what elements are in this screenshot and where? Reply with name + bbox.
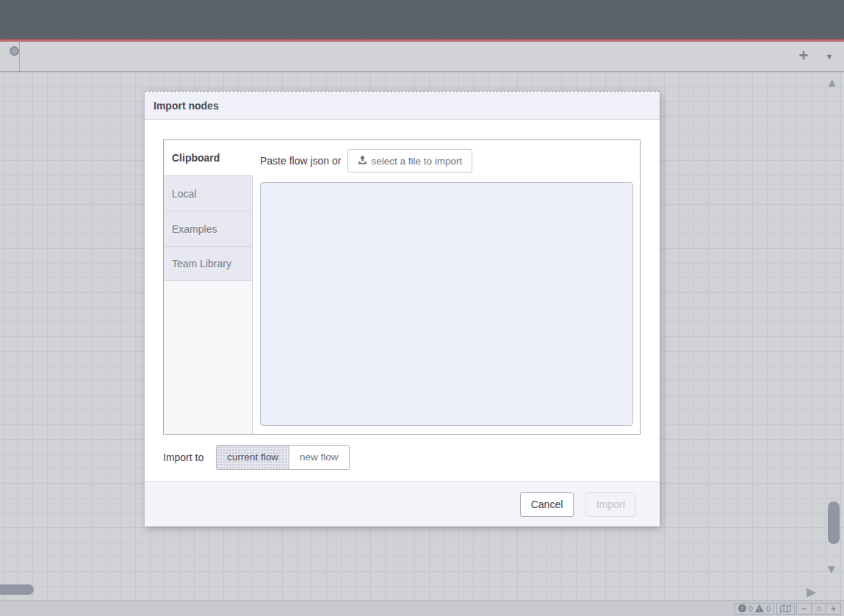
import-tabs: Clipboard Local Examples Team Library bbox=[164, 140, 253, 434]
error-icon: ! bbox=[738, 604, 746, 612]
add-flow-button[interactable]: + bbox=[793, 44, 814, 69]
flow-list-menu-button[interactable]: ▼ bbox=[822, 50, 837, 63]
paste-label: Paste flow json or bbox=[260, 155, 342, 167]
app-header bbox=[0, 0, 844, 39]
select-file-label: select a file to import bbox=[372, 156, 463, 167]
tab-examples[interactable]: Examples bbox=[164, 211, 252, 246]
upload-icon bbox=[358, 155, 367, 167]
scroll-down-icon[interactable]: ▼ bbox=[825, 562, 837, 577]
import-target-toggle: current flow new flow bbox=[216, 445, 349, 470]
dialog-title: Import nodes bbox=[145, 92, 660, 120]
import-button[interactable]: Import bbox=[585, 492, 636, 517]
warning-count: 0 bbox=[766, 604, 771, 614]
zoom-controls: − ○ + bbox=[797, 603, 841, 615]
horizontal-scrollbar-thumb[interactable] bbox=[0, 584, 34, 595]
import-nodes-dialog: Import nodes Clipboard Local Examples Te… bbox=[145, 91, 660, 526]
import-content-box: Clipboard Local Examples Team Library Pa… bbox=[163, 139, 641, 435]
footer-bar: ! 0 ! 0 − ○ + bbox=[0, 602, 844, 616]
current-flow-button[interactable]: current flow bbox=[217, 446, 289, 469]
sidebar-toggle-icon[interactable]: ▶ bbox=[807, 584, 816, 600]
notification-counts[interactable]: ! 0 ! 0 bbox=[735, 603, 774, 615]
tab-clipboard[interactable]: Clipboard bbox=[164, 140, 253, 175]
clipboard-pane: Paste flow json or select a file to impo… bbox=[253, 140, 641, 434]
import-to-label: Import to bbox=[163, 452, 203, 463]
dialog-footer: Cancel Import bbox=[145, 481, 660, 526]
select-file-button[interactable]: select a file to import bbox=[347, 149, 473, 173]
zoom-in-button[interactable]: + bbox=[826, 603, 841, 615]
workspace-tabbar: + ▼ bbox=[0, 42, 844, 72]
import-to-row: Import to current flow new flow bbox=[163, 445, 350, 470]
map-icon bbox=[780, 604, 791, 613]
tab-team-library[interactable]: Team Library bbox=[164, 246, 252, 281]
dialog-body: Clipboard Local Examples Team Library Pa… bbox=[145, 120, 660, 526]
zoom-reset-button[interactable]: ○ bbox=[811, 603, 826, 615]
new-flow-button[interactable]: new flow bbox=[289, 446, 349, 469]
error-count: 0 bbox=[749, 604, 753, 614]
tabbar-divider bbox=[19, 42, 20, 71]
flow-json-textarea[interactable] bbox=[260, 182, 633, 426]
workspace-focus-dot bbox=[10, 46, 19, 56]
tab-local[interactable]: Local bbox=[164, 175, 252, 211]
vertical-scrollbar-thumb[interactable] bbox=[828, 501, 840, 544]
zoom-out-button[interactable]: − bbox=[796, 603, 812, 615]
navigator-button[interactable] bbox=[776, 603, 795, 615]
cancel-button[interactable]: Cancel bbox=[520, 492, 574, 517]
scroll-up-icon[interactable]: ▲ bbox=[826, 76, 838, 90]
warning-icon: ! bbox=[755, 604, 764, 612]
paste-row: Paste flow json or select a file to impo… bbox=[260, 149, 633, 173]
